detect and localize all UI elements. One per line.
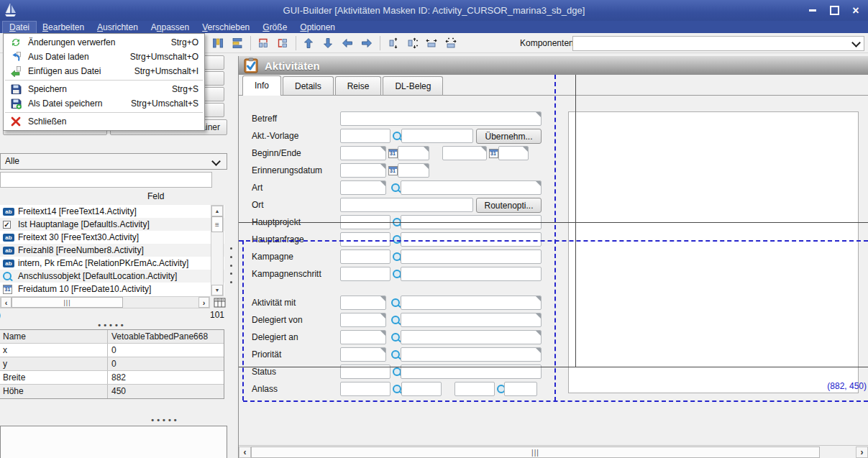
date-picker-icon[interactable]: 31	[488, 146, 498, 160]
form-field-priorität[interactable]	[340, 347, 386, 362]
splitter-handle[interactable]: •••••	[0, 321, 224, 329]
form-field-beginn-ende[interactable]	[340, 146, 386, 160]
scroll-down-button[interactable]: ▼	[211, 285, 223, 296]
tab-reise[interactable]: Reise	[335, 76, 382, 96]
komponenten-combobox[interactable]	[572, 36, 864, 51]
main-horizontal-scrollbar[interactable]: ‹ ||| ›	[239, 445, 868, 458]
scrollbar-thumb[interactable]: |||	[12, 297, 123, 308]
file-menu-item-speichern[interactable]: SpeichernStrg+S	[4, 82, 204, 96]
form-field-priorität[interactable]	[401, 347, 542, 362]
splitter-handle[interactable]: •••••	[58, 416, 273, 424]
menubar-item-ausrichten[interactable]: Ausrichten	[91, 22, 145, 33]
align-rows-icon[interactable]	[229, 35, 245, 51]
lookup-icon[interactable]	[390, 330, 401, 344]
resize-width-add-icon[interactable]	[443, 35, 459, 51]
date-picker-icon[interactable]: 31	[388, 146, 398, 160]
field-list-horizontal-scrollbar[interactable]: ‹ ||| ›	[0, 296, 210, 308]
form-field-aktivität-mit[interactable]	[340, 296, 386, 310]
form-field-delegiert-an[interactable]	[340, 330, 386, 344]
form-field-aktivität-mit[interactable]	[401, 296, 542, 310]
scroll-right-button[interactable]: ›	[856, 446, 868, 458]
form-field-ort[interactable]	[340, 198, 473, 212]
field-search-input[interactable]	[0, 172, 212, 188]
form-field-delegiert-von[interactable]	[340, 313, 386, 327]
form-field-kampagnenschritt[interactable]	[401, 267, 542, 281]
move-left-icon[interactable]	[339, 35, 355, 51]
form-field-delegiert-an[interactable]	[401, 330, 542, 344]
field-list-item-ist[interactable]: ✓Ist Hauptanlage [DefaultIs.Activity]	[0, 218, 224, 231]
menubar-item-anpassen[interactable]: Anpassen	[145, 22, 196, 33]
tab-info[interactable]: Info	[242, 75, 281, 96]
table-grid-icon[interactable]	[214, 296, 226, 308]
property-row-name[interactable]: NameVetoableTabbedPane668	[0, 330, 224, 344]
field-list-item-intern[interactable]: abintern, Pk rEmAc [RelationPKrEmAc.Acti…	[0, 257, 224, 270]
form-field-anlass[interactable]	[504, 382, 537, 396]
form-field-akt-vorlage[interactable]	[401, 129, 473, 143]
snap-top-icon[interactable]	[255, 35, 271, 51]
file-menu-item-änderungen-verwerfen[interactable]: Änderungen verwerfenStrg+O	[4, 35, 204, 50]
property-row-breite[interactable]: Breite882	[0, 371, 224, 385]
property-row-x[interactable]: x0	[0, 344, 224, 357]
move-down-icon[interactable]	[320, 35, 336, 51]
button-routenopti[interactable]: Routenopti...	[476, 198, 542, 213]
field-list-item-freitext14[interactable]: abFreitext14 [FreeText14.Activity]	[0, 205, 224, 218]
lookup-icon[interactable]	[390, 296, 401, 310]
field-list-item-freitext[interactable]: abFreitext 30 [FreeText30.Activity]	[0, 231, 224, 244]
resize-width-icon[interactable]	[424, 35, 439, 51]
form-field-anlass[interactable]	[340, 382, 390, 396]
form-field-delegiert-von[interactable]	[401, 313, 542, 327]
form-field-erinnerungsdatum[interactable]	[340, 163, 386, 178]
scroll-left-button[interactable]: ‹	[1, 297, 12, 308]
tab-details[interactable]: Details	[283, 76, 334, 96]
form-field-anlass[interactable]	[454, 382, 495, 396]
empty-design-panel[interactable]	[568, 111, 859, 393]
lookup-icon[interactable]	[392, 129, 402, 143]
lookup-icon[interactable]	[390, 347, 401, 362]
tab-dl-beleg[interactable]: DL-Beleg	[383, 76, 443, 96]
close-button[interactable]: ×	[851, 6, 861, 16]
snap-left-icon[interactable]	[275, 35, 291, 51]
form-field-betreff[interactable]	[340, 111, 542, 126]
vertical-splitter-handle[interactable]	[228, 247, 234, 283]
move-up-icon[interactable]	[301, 35, 316, 51]
form-field-beginn-ende[interactable]	[442, 146, 487, 160]
field-list-item-freidatum[interactable]: 31Freidatum 10 [FreeDate10.Activity]	[0, 283, 224, 296]
form-field-erinnerungsdatum[interactable]	[398, 163, 429, 178]
maximize-button[interactable]	[829, 6, 839, 16]
form-field-hauptanfrage[interactable]	[401, 232, 542, 247]
menubar-item-größe[interactable]: Größe	[256, 22, 293, 33]
form-field-art[interactable]	[401, 180, 542, 195]
form-field-kampagne[interactable]	[401, 249, 542, 264]
scroll-right-button[interactable]: ›	[198, 297, 209, 308]
field-list-vertical-scrollbar[interactable]: ▲ ≡ ▼	[211, 205, 224, 296]
resize-height-add-icon[interactable]	[404, 35, 420, 51]
move-right-icon[interactable]	[359, 35, 375, 51]
field-filter-combobox[interactable]: Alle	[0, 153, 227, 170]
menubar-item-optionen[interactable]: Optionen	[293, 22, 342, 33]
minimize-button[interactable]	[808, 6, 818, 16]
property-row-y[interactable]: y0	[0, 357, 224, 371]
scroll-up-button[interactable]: ▲	[211, 206, 223, 216]
date-picker-icon[interactable]: 31	[388, 163, 398, 178]
menubar-item-bearbeiten[interactable]: Bearbeiten	[36, 22, 91, 33]
field-list-item-anschlussobjekt[interactable]: Anschlussobjekt [DefaultLocation.Activit…	[0, 270, 224, 283]
scrollbar-thumb[interactable]: ≡	[211, 216, 223, 232]
scrollbar-thumb[interactable]: |||	[251, 446, 820, 458]
field-list-item-freizahl8[interactable]: abFreizahl8 [FreeNumber8.Activity]	[0, 244, 224, 257]
form-field-beginn-ende[interactable]	[498, 146, 529, 160]
scroll-left-button[interactable]: ‹	[239, 446, 251, 458]
resize-height-icon[interactable]	[385, 35, 401, 51]
file-menu-item-schließen[interactable]: Schließen	[4, 114, 204, 129]
form-field-akt-vorlage[interactable]	[340, 129, 390, 143]
form-field-art[interactable]	[340, 180, 386, 195]
file-menu-item-als-datei-speichern[interactable]: Als Datei speichernStrg+Umschalt+S	[4, 96, 204, 111]
lookup-icon[interactable]	[390, 313, 401, 327]
form-field-hauptanfrage[interactable]	[340, 232, 390, 247]
file-menu-item-einfügen-aus-datei[interactable]: Einfügen aus DateiStrg+Umschalt+I	[4, 64, 204, 78]
property-row-höhe[interactable]: Höhe450	[0, 385, 224, 398]
lookup-icon[interactable]	[390, 180, 401, 195]
form-field-kampagnenschritt[interactable]	[340, 267, 390, 281]
file-menu-item-aus-datei-laden[interactable]: Aus Datei ladenStrg+Umschalt+O	[4, 50, 204, 64]
menubar-item-datei[interactable]: Datei	[3, 22, 36, 33]
form-field-anlass[interactable]	[401, 382, 442, 396]
